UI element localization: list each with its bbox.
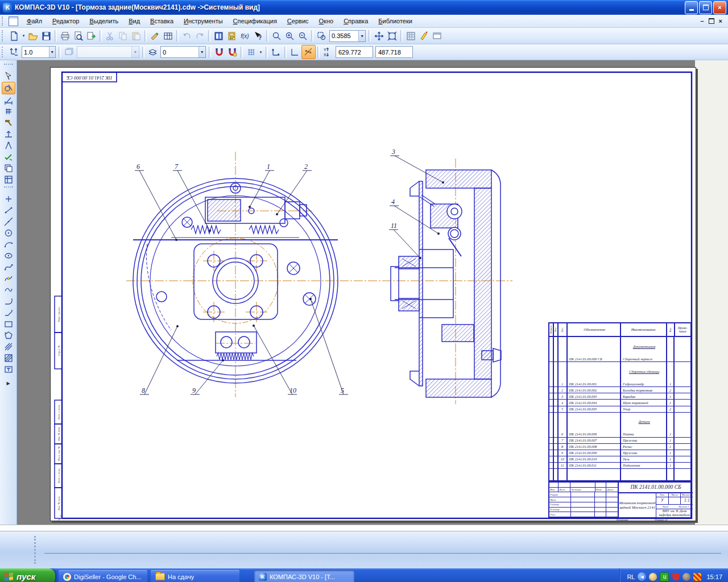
zoom-scale-dropdown[interactable]: ▼ [358, 31, 365, 41]
menu-item-8[interactable]: Окно [314, 16, 339, 26]
antivirus-tray-icon[interactable] [693, 573, 701, 581]
minimize-button[interactable] [685, 1, 698, 14]
snap-toggle-button[interactable] [226, 45, 239, 59]
properties-brush-button[interactable] [148, 30, 162, 43]
coord-y-value[interactable]: 487.718 [375, 46, 413, 58]
print-button[interactable] [59, 30, 72, 43]
menu-item-9[interactable]: Справка [338, 16, 373, 26]
ortho-mode-button[interactable] [288, 45, 301, 59]
copy-button[interactable] [117, 30, 130, 43]
save-button[interactable] [40, 30, 53, 43]
hatch-region-tool[interactable] [2, 352, 15, 364]
layer-dropdown[interactable]: ▼ [198, 47, 205, 57]
toolbar2-grip[interactable] [2, 47, 6, 57]
document-icon[interactable] [9, 16, 18, 26]
cursor-step-input[interactable] [22, 47, 49, 57]
start-button[interactable]: пуск [0, 568, 55, 582]
specification-tool[interactable] [2, 163, 15, 174]
geometry-tool[interactable] [2, 82, 15, 94]
rounding-mode-button[interactable] [301, 45, 316, 59]
restore-button[interactable] [699, 1, 712, 14]
rebuild-button[interactable] [417, 30, 431, 43]
spline-edit-tool[interactable] [2, 273, 15, 284]
drawing-sheet[interactable]: ПК 2141.01.00.000 СБ Перв. примен. Справ… [50, 67, 696, 521]
open-button[interactable] [27, 30, 40, 43]
reports-tool[interactable] [2, 174, 15, 185]
curve-tool[interactable] [2, 284, 15, 296]
redo-button[interactable] [193, 30, 206, 43]
menu-item-4[interactable]: Вставка [145, 16, 179, 26]
undo-button[interactable] [180, 30, 193, 43]
zoom-in-button[interactable] [283, 30, 296, 43]
spline-tool[interactable] [2, 261, 15, 273]
page-layout-button[interactable] [431, 30, 444, 43]
new-dropdown-button[interactable]: ▾ [20, 30, 27, 43]
selection-tool[interactable] [2, 151, 15, 163]
auxiliary-line-tool[interactable] [2, 216, 15, 227]
coord-x-value[interactable]: 629.772 [336, 46, 373, 58]
parametrization-tool[interactable] [2, 128, 15, 140]
snap-settings-button[interactable] [213, 45, 226, 59]
cursor-step-dropdown[interactable]: ▼ [49, 47, 55, 57]
menu-item-7[interactable]: Сервис [282, 16, 314, 26]
menu-item-5[interactable]: Инструменты [179, 16, 228, 26]
document-convert-button[interactable] [85, 30, 98, 43]
paste-button[interactable] [130, 30, 143, 43]
pointer-tool[interactable] [2, 70, 15, 82]
circle-tool[interactable] [2, 227, 15, 239]
grid-display-button[interactable] [404, 30, 417, 43]
print-preview-button[interactable] [72, 30, 85, 43]
grid-dropdown-button[interactable]: ▾ [258, 45, 264, 59]
property-bar-grip[interactable] [34, 536, 36, 564]
child-close-button[interactable]: × [719, 18, 722, 24]
local-cs-button[interactable] [270, 45, 283, 59]
panel-grip-2[interactable] [4, 186, 13, 191]
taskbar-task-kompas[interactable]: K КОМПАС-3D V10 - [Т... [254, 570, 354, 582]
hide-tray-icons-button[interactable]: ◄ [638, 572, 646, 581]
menu-grip[interactable] [2, 16, 6, 25]
zoom-out-button[interactable] [296, 30, 309, 43]
text-tool[interactable] [2, 364, 15, 375]
layer-input[interactable] [161, 47, 198, 57]
hatch-lines-tool[interactable] [2, 341, 15, 352]
taskbar-task-digiseller[interactable]: DigiSeller - Google Ch... [59, 570, 147, 582]
segment-tool[interactable] [2, 205, 15, 216]
menu-item-1[interactable]: Редактор [47, 16, 84, 26]
grid-toggle-button[interactable] [245, 45, 258, 59]
ellipse-tool[interactable] [2, 250, 15, 261]
panel-expand-arrow[interactable]: ▶ [2, 377, 15, 389]
drawing-canvas-area[interactable]: ПК 2141.01.00.000 СБ Перв. примен. Справ… [17, 60, 728, 525]
context-help-button[interactable]: ? [251, 30, 264, 43]
zoom-scale-combo[interactable]: ▼ [329, 30, 366, 42]
cut-button[interactable] [104, 30, 117, 43]
menu-item-0[interactable]: Файл [22, 16, 47, 26]
fx-expression-button[interactable]: f(x) [238, 30, 251, 43]
new-document-button[interactable] [7, 30, 20, 43]
utorrent-tray-icon[interactable]: u [660, 572, 669, 581]
menu-item-6[interactable]: Спецификация [228, 16, 282, 26]
cursor-step-combo[interactable]: ▼ [22, 46, 56, 58]
close-button[interactable]: × [713, 1, 726, 14]
view-state-button[interactable] [63, 45, 76, 59]
dimensions-tool[interactable] [2, 94, 15, 106]
point-tool[interactable] [2, 193, 15, 205]
menu-item-2[interactable]: Выделить [84, 16, 123, 26]
security-shield-tray-icon[interactable] [672, 573, 680, 581]
taskbar-task-folder[interactable]: На сдачу [151, 570, 239, 582]
clock[interactable]: 15:17 [706, 573, 722, 580]
layers-icon[interactable] [146, 45, 159, 59]
measure-tool[interactable] [2, 140, 15, 151]
chamfer-tool[interactable] [2, 307, 15, 318]
fit-all-button[interactable] [386, 30, 399, 43]
pan-button[interactable] [373, 30, 386, 43]
calculator-button[interactable] [225, 30, 238, 43]
rectangle-tool[interactable] [2, 318, 15, 330]
zoom-window-button[interactable] [270, 30, 283, 43]
zoom-scale-input[interactable] [330, 31, 358, 41]
volume-tray-icon[interactable] [682, 573, 690, 581]
designations-tool[interactable] [2, 106, 15, 117]
zoom-area-button[interactable] [315, 30, 328, 43]
view-dropdown[interactable]: ▼ [131, 47, 139, 57]
arc-tool[interactable] [2, 239, 15, 250]
child-minimize-button[interactable]: – [700, 18, 704, 24]
